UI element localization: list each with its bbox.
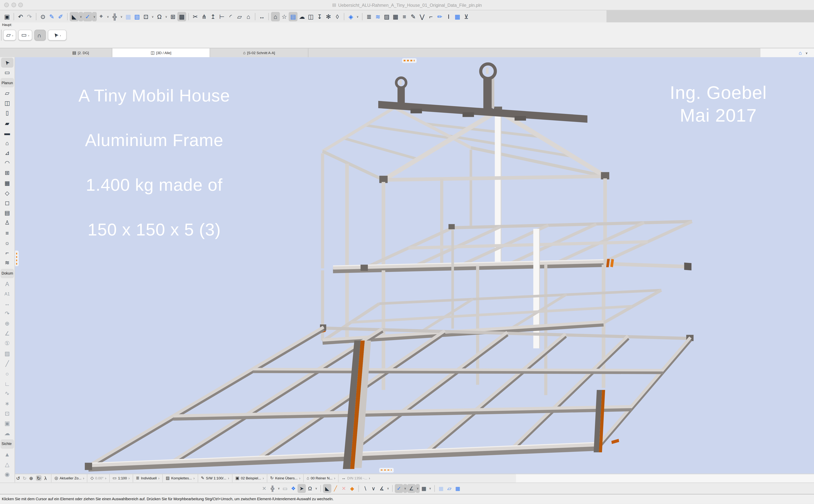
3d-viewport[interactable]: A Tiny Mobil HouseAluminium Frame1.400 k… bbox=[15, 57, 814, 474]
navigator-button[interactable]: ⌂ bbox=[271, 12, 280, 21]
snap-angle-icon[interactable]: ∡ bbox=[378, 484, 386, 493]
favorites-star-icon[interactable]: ☆ bbox=[280, 12, 289, 21]
grid-snap-icon[interactable]: ╬ bbox=[268, 484, 277, 493]
skylight-tool[interactable]: ◇ bbox=[0, 188, 14, 198]
dimension-tool[interactable]: ↔ bbox=[0, 299, 14, 309]
split-icon[interactable]: ⋔ bbox=[200, 12, 208, 21]
lamp-tool[interactable]: ☼ bbox=[0, 238, 14, 248]
snap-grid-icon[interactable]: ╬ bbox=[110, 12, 119, 21]
separator[interactable] bbox=[188, 13, 189, 20]
favorites-diamond-icon[interactable]: ◈ bbox=[346, 12, 355, 21]
label2-tool[interactable]: ① bbox=[0, 339, 14, 349]
revision-cloud-tool[interactable]: ☁ bbox=[0, 428, 14, 438]
remove-guides-icon[interactable]: ✕ bbox=[340, 484, 348, 493]
camera-tool[interactable]: ◉ bbox=[0, 469, 14, 479]
snap-check-chevron[interactable]: ∨ bbox=[403, 484, 407, 493]
pane-splitter-bottom[interactable] bbox=[379, 468, 393, 472]
separator[interactable] bbox=[255, 13, 255, 20]
trace-reference-icon[interactable]: ▦ bbox=[124, 12, 132, 21]
snap-guides-button[interactable]: ✓ bbox=[83, 12, 92, 21]
snap-constraint-button[interactable]: ∠ bbox=[407, 484, 416, 493]
hotspot-tool[interactable]: ∗ bbox=[0, 399, 14, 409]
hotspot-snap-icon[interactable]: ✕ bbox=[260, 484, 268, 493]
copies-chevron[interactable]: ∨ bbox=[150, 12, 155, 21]
roof-tool[interactable]: ⌂ bbox=[0, 138, 14, 148]
snap-guides-chevron[interactable]: ∨ bbox=[92, 12, 97, 21]
fills-icon[interactable]: ▨ bbox=[382, 12, 391, 21]
cursor-plane-button[interactable]: ➤ bbox=[297, 484, 306, 493]
separator[interactable] bbox=[434, 485, 435, 492]
profile-tool[interactable]: ⌐ bbox=[0, 248, 14, 258]
section-planung[interactable]: Planun bbox=[1, 78, 14, 88]
section-view-icon[interactable]: ◫ bbox=[306, 12, 315, 21]
snap-check-button[interactable]: ✓ bbox=[395, 484, 403, 493]
section-marker-tool[interactable]: ▲ bbox=[0, 449, 14, 459]
snap-point-icon[interactable]: ◆ bbox=[348, 484, 356, 493]
object-tool[interactable]: ♙ bbox=[0, 218, 14, 228]
layer-settings-icon[interactable]: ≣ bbox=[365, 12, 373, 21]
legend-icon[interactable]: ⊻ bbox=[462, 12, 471, 21]
spline-tool[interactable]: ∿ bbox=[0, 389, 14, 399]
save-icon[interactable]: ▣ bbox=[3, 12, 11, 21]
polyline-tool[interactable]: ∟ bbox=[0, 379, 14, 389]
marquee-select-button[interactable]: ▭ › bbox=[18, 30, 32, 41]
grid-snap-chevron[interactable]: ∨ bbox=[277, 484, 281, 493]
trace-switch-icon[interactable]: ▦ bbox=[454, 484, 462, 493]
schedule-icon[interactable]: ▦ bbox=[453, 12, 462, 21]
line-tool[interactable]: ╱ bbox=[0, 359, 14, 369]
person-icon[interactable]: Ω bbox=[306, 484, 314, 493]
zoom-preset-select[interactable]: ◎ Aktueller Zo... › bbox=[51, 474, 87, 482]
inject-parameters-icon[interactable]: ✐ bbox=[56, 12, 65, 21]
pen-sets-icon[interactable]: ≋ bbox=[373, 12, 382, 21]
cut-icon[interactable]: ✂ bbox=[191, 12, 200, 21]
separator[interactable] bbox=[392, 485, 393, 492]
orbit-button[interactable]: ↻ bbox=[36, 475, 42, 481]
zoom-forward-icon[interactable]: ↻ bbox=[23, 476, 26, 481]
marquee-edit-button[interactable]: ▩ bbox=[177, 12, 186, 21]
trace-reference-icon[interactable]: ▦ bbox=[437, 484, 445, 493]
plane-icon[interactable]: ▱ bbox=[445, 484, 454, 493]
pickup-parameters-icon[interactable]: ✎ bbox=[47, 12, 56, 21]
radial-dimension-tool[interactable]: ↷ bbox=[0, 309, 14, 319]
coordinates-chevron[interactable]: ∨ bbox=[106, 12, 110, 21]
snap-grid-chevron[interactable]: ∨ bbox=[119, 12, 124, 21]
clean-icon[interactable]: ⋁ bbox=[418, 12, 427, 21]
separator[interactable] bbox=[67, 13, 68, 20]
profile-edit-icon[interactable]: ✏ bbox=[436, 12, 444, 21]
edit-plane-icon[interactable]: ❖ bbox=[289, 484, 297, 493]
redo-icon[interactable]: ↷ bbox=[25, 12, 34, 21]
fill-tool[interactable]: ▨ bbox=[0, 349, 14, 359]
favorites-chevron[interactable]: ∨ bbox=[355, 12, 360, 21]
stretch-home-icon[interactable]: ⌂ bbox=[244, 12, 253, 21]
separator[interactable] bbox=[362, 13, 362, 20]
library-cloud-icon[interactable]: ☁ bbox=[297, 12, 306, 21]
slab-tool[interactable]: ▰ bbox=[0, 118, 14, 128]
separator[interactable] bbox=[320, 485, 321, 492]
fillet-icon[interactable]: ◜ bbox=[226, 12, 235, 21]
mesh-tool[interactable]: ≋ bbox=[0, 258, 14, 268]
guide-lines-chevron[interactable]: ∨ bbox=[79, 12, 83, 21]
adjust-icon[interactable]: ↥ bbox=[208, 12, 217, 21]
snap-bisector-icon[interactable]: ∨ bbox=[369, 484, 377, 493]
shelf-tool[interactable]: ▤ bbox=[0, 208, 14, 218]
profile-person-icon[interactable]: Ω bbox=[155, 12, 164, 21]
edit-selection-button[interactable]: ▱ › bbox=[3, 30, 16, 41]
materials-book-icon[interactable]: ↧ bbox=[315, 12, 324, 21]
building-materials-icon[interactable]: ▦ bbox=[391, 12, 400, 21]
marquee-tool[interactable]: ▭ bbox=[0, 67, 14, 77]
snap-constraint-chevron[interactable]: ∨ bbox=[416, 484, 420, 493]
layers-button[interactable]: ▤ bbox=[289, 12, 297, 21]
select-arrow-tool[interactable]: ➤ bbox=[1, 58, 13, 67]
window-tool[interactable]: ⊞ bbox=[0, 168, 14, 178]
separator[interactable] bbox=[14, 13, 14, 20]
model-view-select[interactable]: ▣ 02 Beispiel... › bbox=[232, 474, 267, 482]
ruler-icon[interactable]: ▭ bbox=[281, 484, 289, 493]
copies-icon[interactable]: ⊡ bbox=[141, 12, 150, 21]
beam-tool[interactable]: ▬ bbox=[0, 128, 14, 138]
elevation-marker-tool[interactable]: △ bbox=[0, 459, 14, 469]
profiles-icon[interactable]: ⌐ bbox=[427, 12, 436, 21]
rotation-select[interactable]: ◇ 0.00° › bbox=[87, 474, 109, 482]
fit-window-icon[interactable]: ↔ bbox=[257, 12, 266, 21]
column-tool[interactable]: ▯ bbox=[0, 108, 14, 118]
tab-2dg[interactable]: ▤ [2. DG] bbox=[49, 48, 112, 57]
